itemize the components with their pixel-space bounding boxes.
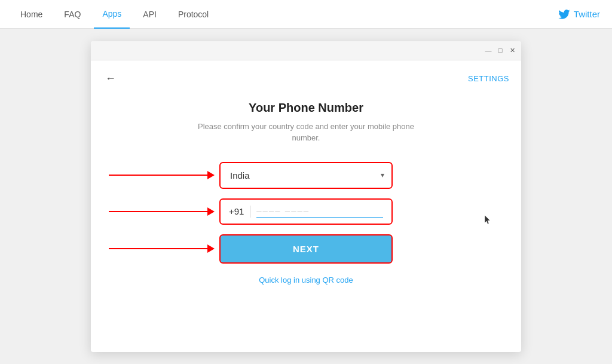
phone-input-row: +91 [219, 198, 393, 225]
form-subtitle: Please confirm your country code and ent… [186, 121, 426, 144]
window-header: ← SETTINGS [91, 60, 521, 97]
country-selector-wrapper: India United States United Kingdom ▾ [219, 162, 393, 189]
arrow-line [109, 175, 207, 176]
arrow-head-2 [207, 207, 215, 216]
minimize-button[interactable]: — [484, 46, 492, 54]
twitter-link[interactable]: Twitter [558, 9, 600, 19]
maximize-button[interactable]: □ [496, 46, 504, 54]
nav-api[interactable]: API [134, 0, 165, 29]
nav-left: Home FAQ Apps API Protocol [12, 0, 217, 29]
form-title: Your Phone Number [249, 101, 363, 115]
country-arrow-annotation [109, 171, 215, 179]
phone-number-input[interactable] [256, 206, 383, 218]
nav-home[interactable]: Home [12, 0, 51, 29]
nav-protocol[interactable]: Protocol [170, 0, 217, 29]
arrow-head-3 [207, 244, 215, 253]
main-content: — □ ✕ ← SETTINGS Your Phone Number Pleas… [0, 29, 612, 364]
cursor-indicator [484, 215, 491, 228]
input-divider [250, 206, 250, 218]
arrow-line-2 [109, 211, 207, 212]
arrow-line-3 [109, 248, 207, 249]
app-window: — □ ✕ ← SETTINGS Your Phone Number Pleas… [91, 41, 521, 352]
twitter-label: Twitter [574, 9, 600, 19]
country-select[interactable]: India United States United Kingdom [219, 162, 393, 189]
window-titlebar: — □ ✕ [91, 41, 521, 60]
arrow-head [207, 171, 215, 179]
phone-input-wrapper: +91 [219, 198, 393, 225]
next-arrow-annotation [109, 244, 215, 253]
settings-link[interactable]: SETTINGS [468, 74, 509, 83]
next-button[interactable]: NEXT [219, 234, 393, 264]
country-select-container: India United States United Kingdom ▾ [219, 162, 393, 189]
qr-login-link[interactable]: Quick log in using QR code [259, 276, 353, 285]
country-code: +91 [229, 206, 244, 216]
phone-arrow-annotation [109, 207, 215, 216]
close-button[interactable]: ✕ [508, 46, 516, 54]
next-button-wrapper: NEXT [219, 234, 393, 264]
twitter-icon [558, 10, 570, 19]
navigation-bar: Home FAQ Apps API Protocol Twitter [0, 0, 612, 29]
phone-form: Your Phone Number Please confirm your co… [186, 101, 426, 285]
nav-apps[interactable]: Apps [94, 0, 130, 29]
nav-faq[interactable]: FAQ [56, 0, 89, 29]
back-button[interactable]: ← [103, 70, 118, 87]
